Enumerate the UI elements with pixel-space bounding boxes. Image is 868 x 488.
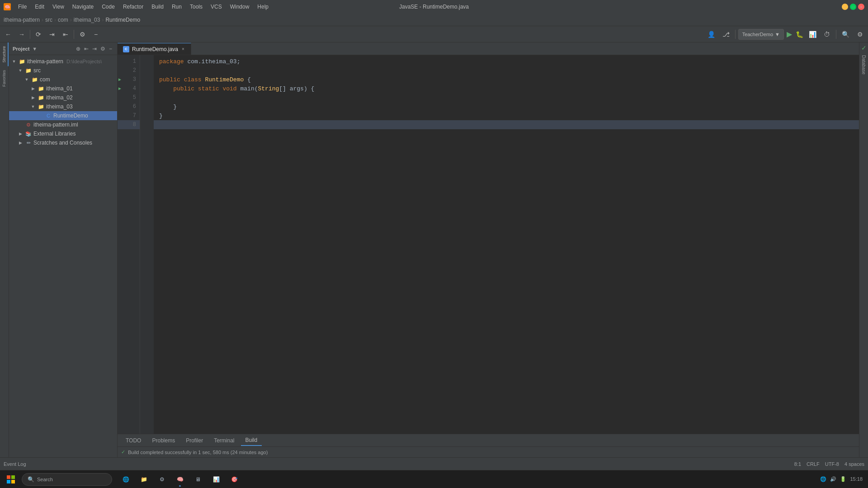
windows-taskbar: 🔍 Search 🌐 📁 ⚙ 🧠 🖥 📊 🎯 🌐 🔊 🔋 15:18 bbox=[0, 470, 868, 488]
tree-item-itheima03[interactable]: ▼ 📁 itheima_03 bbox=[9, 102, 117, 111]
run-gutter-4[interactable]: ▶ bbox=[118, 86, 121, 91]
package-icon-02: 📁 bbox=[38, 94, 45, 101]
menu-file[interactable]: File bbox=[14, 2, 30, 12]
search-button[interactable]: 🔍 bbox=[839, 28, 852, 41]
taskbar-time[interactable]: 15:18 bbox=[850, 476, 863, 483]
tab-label: RuntimeDemo.java bbox=[132, 46, 178, 52]
taskbar-app-6[interactable]: 📊 bbox=[208, 471, 224, 488]
panel-title: Project bbox=[13, 46, 29, 52]
collapse-all-button[interactable]: ⇤ bbox=[83, 45, 90, 53]
tree-item-ext-libs[interactable]: ▶ 📚 External Libraries bbox=[9, 129, 117, 138]
breadcrumb-project[interactable]: itheima-pattern bbox=[4, 17, 40, 23]
toolbar-profile[interactable]: 👤 bbox=[705, 28, 718, 41]
breadcrumb-com[interactable]: com bbox=[58, 17, 68, 23]
toolbar-sep-3 bbox=[735, 30, 736, 39]
gutter-3 bbox=[140, 73, 154, 82]
taskbar-battery-icon: 🔋 bbox=[840, 476, 846, 482]
toolbar-sync[interactable]: ⟳ bbox=[32, 28, 45, 41]
menu-refactor[interactable]: Refactor bbox=[119, 2, 147, 12]
line-num-7: 7 bbox=[118, 111, 140, 120]
project-tree[interactable]: ▼ 📁 itheima-pattern D:\IdeaProjects\ ▼ 📁… bbox=[9, 55, 117, 457]
tree-item-itheima02[interactable]: ▶ 📁 itheima_02 bbox=[9, 93, 117, 102]
gutter-8 bbox=[140, 118, 154, 127]
taskbar-app-5[interactable]: 🖥 bbox=[190, 471, 206, 488]
menu-run[interactable]: Run bbox=[168, 2, 185, 12]
tree-item-com[interactable]: ▼ 📁 com bbox=[9, 75, 117, 84]
tree-item-itheima01[interactable]: ▶ 📁 itheima_01 bbox=[9, 84, 117, 93]
panel-settings-button[interactable]: ⚙ bbox=[99, 45, 107, 53]
code-line-1: package com.itheima_03; bbox=[154, 57, 859, 66]
toolbar-settings[interactable]: ⚙ bbox=[76, 28, 89, 41]
status-indent: 4 spaces bbox=[844, 461, 864, 467]
coverage-button[interactable]: 📊 bbox=[806, 28, 819, 41]
menu-navigate[interactable]: Navigate bbox=[69, 2, 97, 12]
run-gutter-3[interactable]: ▶ bbox=[118, 77, 121, 82]
menu-build[interactable]: Build bbox=[148, 2, 167, 12]
start-button[interactable] bbox=[2, 472, 20, 487]
tree-item-runtime-demo[interactable]: ▶ C RuntimeDemo bbox=[9, 111, 117, 120]
toolbar-forward[interactable]: → bbox=[15, 28, 28, 41]
hide-panel-button[interactable]: − bbox=[108, 45, 113, 53]
menu-help[interactable]: Help bbox=[254, 2, 272, 12]
code-editor[interactable]: 1 2 ▶ 3 ▶ 4 5 6 bbox=[118, 55, 859, 434]
locate-file-button[interactable]: ⊕ bbox=[75, 45, 82, 53]
gutter-7 bbox=[140, 109, 154, 118]
menu-vcs[interactable]: VCS bbox=[207, 2, 226, 12]
bottom-tab-problems[interactable]: Problems bbox=[147, 436, 179, 446]
sidebar-tab-structure[interactable]: Structure bbox=[0, 42, 9, 66]
status-event-log[interactable]: Event Log bbox=[4, 461, 26, 467]
editor-tab-runtime[interactable]: C RuntimeDemo.java × bbox=[118, 43, 191, 55]
toolbar-expand[interactable]: ⇤ bbox=[59, 28, 72, 41]
profile-run-button[interactable]: ⏱ bbox=[821, 28, 833, 41]
com-label: com bbox=[40, 76, 50, 83]
tree-item-scratches[interactable]: ▶ ✏ Scratches and Consoles bbox=[9, 138, 117, 147]
menu-window[interactable]: Window bbox=[226, 2, 253, 12]
tab-close-button[interactable]: × bbox=[181, 47, 185, 52]
run-config-selector[interactable]: TeacherDemo ▼ bbox=[738, 29, 784, 40]
expand-icon-scratches: ▶ bbox=[17, 140, 24, 146]
menu-edit[interactable]: Edit bbox=[31, 2, 48, 12]
menu-code[interactable]: Code bbox=[98, 2, 118, 12]
panel-dropdown[interactable]: ▼ bbox=[32, 46, 37, 52]
debug-button[interactable]: 🐛 bbox=[795, 30, 804, 39]
taskbar-clock: 15:18 bbox=[850, 476, 863, 483]
toolbar-git[interactable]: ⎇ bbox=[720, 28, 732, 41]
line-num-5: 5 bbox=[118, 93, 140, 102]
menu-view[interactable]: View bbox=[49, 2, 68, 12]
tree-item-src[interactable]: ▼ 📁 src bbox=[9, 66, 117, 75]
tree-item-root[interactable]: ▼ 📁 itheima-pattern D:\IdeaProjects\ bbox=[9, 57, 117, 66]
taskbar-settings[interactable]: ⚙ bbox=[154, 471, 170, 488]
com-package-icon: 📁 bbox=[31, 76, 38, 83]
bottom-tab-terminal[interactable]: Terminal bbox=[209, 436, 239, 446]
line-num-8: 8 bbox=[118, 120, 140, 129]
menu-tools[interactable]: Tools bbox=[186, 2, 206, 12]
tree-item-iml[interactable]: ▶ ⚙ itheima-pattern.iml bbox=[9, 120, 117, 129]
maximize-button[interactable]: □ bbox=[850, 4, 856, 10]
code-content[interactable]: package com.itheima_03; public class Run… bbox=[154, 55, 859, 434]
close-button[interactable]: × bbox=[858, 4, 864, 10]
settings-button[interactable]: ⚙ bbox=[854, 28, 866, 41]
taskbar-search[interactable]: 🔍 Search bbox=[22, 473, 112, 486]
toolbar-collapse[interactable]: ⇥ bbox=[46, 28, 58, 41]
breadcrumb-src[interactable]: src bbox=[45, 17, 52, 23]
bottom-tab-build[interactable]: Build bbox=[241, 435, 262, 446]
sidebar-tab-favorites[interactable]: Favorites bbox=[0, 66, 9, 90]
database-tab[interactable]: Database bbox=[860, 52, 867, 78]
package-01-label: itheima_01 bbox=[46, 85, 73, 92]
taskbar-edge[interactable]: 🌐 bbox=[118, 471, 134, 488]
taskbar-app-7[interactable]: 🎯 bbox=[226, 471, 242, 488]
breadcrumb-itheima03[interactable]: itheima_03 bbox=[74, 17, 100, 23]
bottom-tab-todo[interactable]: TODO bbox=[121, 436, 146, 446]
toolbar-back[interactable]: ← bbox=[2, 28, 14, 41]
taskbar-explorer[interactable]: 📁 bbox=[136, 471, 152, 488]
toolbar-minus[interactable]: − bbox=[90, 28, 102, 41]
bottom-tab-profiler[interactable]: Profiler bbox=[181, 436, 208, 446]
minimize-button[interactable]: − bbox=[842, 4, 848, 10]
svg-rect-2 bbox=[7, 480, 10, 483]
expand-all-button[interactable]: ⇥ bbox=[91, 45, 98, 53]
taskbar-apps: 🌐 📁 ⚙ 🧠 🖥 📊 🎯 bbox=[118, 471, 242, 488]
build-status-bar: ✓ Build completed successfully in 1 sec,… bbox=[118, 446, 859, 457]
code-line-3: public class RuntimeDemo { bbox=[154, 75, 859, 84]
taskbar-intellij[interactable]: 🧠 bbox=[172, 471, 188, 488]
run-button[interactable]: ▶ bbox=[786, 29, 793, 39]
